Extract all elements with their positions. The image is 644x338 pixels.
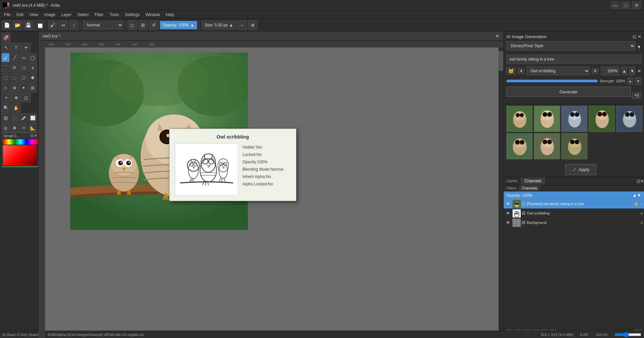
color-strip[interactable] [3,139,38,145]
grid-thumb-4[interactable] [589,106,615,132]
color-box[interactable] [3,145,37,165]
transform-tool[interactable]: ↖ [1,43,11,52]
minimize-button[interactable]: — [611,1,620,9]
close-button[interactable]: ✕ [632,1,641,9]
move-tool[interactable]: ✥ [11,93,21,102]
fill-tool[interactable]: ⬛ [10,113,19,122]
fuzzy-sel[interactable]: ✦ [19,83,28,92]
scribble-icon[interactable]: 🐱 [506,67,516,75]
mirror-h2-button[interactable]: ↔ [237,20,247,30]
ai-panel-close-btn[interactable]: ✕ [638,34,641,39]
menu-edit[interactable]: Edit [14,12,26,18]
menu-layer[interactable]: Layer [59,12,74,18]
grid-thumb-3[interactable] [561,106,587,132]
smart-patch-tool[interactable]: ⬜ [28,113,37,122]
pan-tool[interactable]: ✋ [11,103,21,112]
enclose-fill-tool[interactable]: ◎ [1,123,10,133]
bezier-tool[interactable]: ⌒ [1,63,10,72]
line-tool[interactable]: ╱ [10,53,19,62]
crop-tool[interactable]: ⌖ [1,93,11,102]
tab-layers[interactable]: Layers [504,177,520,185]
style-dropdown-btn[interactable]: ▼ [637,44,641,50]
magic-wand-tool[interactable]: ✱ [28,73,37,82]
layers-close-btn[interactable]: ✕ [640,177,644,185]
gradient-tool[interactable]: ▤ [1,113,10,122]
freehand-select-tool[interactable]: ⟳ [10,63,19,72]
new-button[interactable]: 📄 [2,20,11,30]
polyline-tool[interactable]: ∧ [28,63,37,72]
scribble-close-btn[interactable]: ✕ [637,68,641,74]
canvas-tab-title[interactable]: owl2.kra * [43,34,60,38]
assistants-tool[interactable]: 📐 [28,123,37,133]
snap-button[interactable]: ⊕ [248,20,258,30]
blend-mode-select[interactable]: Normal [83,21,123,29]
tab-channels[interactable]: Channels [520,177,546,185]
alpha-lock-button[interactable]: ⊞ [138,20,148,30]
open-button[interactable]: 📂 [13,20,22,30]
poly-sel-tool[interactable]: ⬡ [19,73,28,82]
ruler-tool[interactable]: ◫ [21,93,31,102]
menu-tools[interactable]: Tools [107,12,122,18]
menu-image[interactable]: Image [42,12,58,18]
menu-select[interactable]: Select [75,12,91,18]
opacity-control[interactable]: Opacity: 100% ▲ [160,21,197,29]
zoom-slider[interactable] [615,332,641,337]
layer-filters-tab[interactable]: Filters [504,185,519,191]
opacity-up-btn[interactable]: ▲ [633,193,637,198]
apply-button[interactable]: ✓ Apply [565,164,597,175]
all-sel[interactable]: ⊞ [28,83,37,92]
size-control[interactable]: Size: 5.00 px ▲ [202,21,236,29]
polygon-tool[interactable]: ⬡ [19,63,28,72]
palette-close-btn[interactable]: ✕ [34,134,37,138]
ellipse-tool[interactable]: ◯ [28,53,37,62]
scribble-pct-up[interactable]: ▲ [621,67,627,75]
layers-detach-btn[interactable]: ⊡ [637,177,640,185]
clone-tool[interactable]: ♾ [19,123,28,133]
grid-thumb-7[interactable] [534,133,560,159]
ellipse-sel-tool[interactable]: ◌ [10,73,19,82]
save-button[interactable]: 💾 [23,20,33,30]
zoom-tool[interactable]: 🔍 [1,103,11,112]
palette-detach-btn[interactable]: ⊡ [30,134,33,138]
calligraphy-tool[interactable]: ✒ [21,43,31,52]
strength-down[interactable]: ▼ [635,77,641,85]
menu-file[interactable]: File [1,12,13,18]
style-select[interactable]: Disney/Pixar Style [506,41,635,51]
sel-by-color-tool[interactable]: ⊹ [1,83,10,92]
menu-filter[interactable]: Filter [92,12,106,18]
mirror-v-button[interactable]: ↕ [69,20,79,30]
layer-vis-preview[interactable]: 👁 [505,201,511,207]
layer-channels-tab[interactable]: Channels [519,185,540,191]
layer-item-preview[interactable]: 👁 🖼 [Preview] owl family sitting in a tr… [504,199,644,208]
eyedropper-tool[interactable]: 💉 [19,113,28,122]
maximize-button[interactable]: □ [621,1,631,9]
menu-view[interactable]: View [27,12,41,18]
layer-vis-scribbling[interactable]: 👁 [505,210,511,216]
scribble-pct-down[interactable]: ▼ [629,67,635,75]
marquee-tool[interactable]: ⬚ [1,73,10,82]
opacity-down-btn[interactable]: ▼ [637,193,641,198]
strength-up[interactable]: ▲ [627,77,633,85]
text-tool[interactable]: T [11,43,21,52]
prompt-input[interactable] [506,55,641,64]
layer-item-background[interactable]: 👁 🖼 Background α [504,218,644,227]
scribble-pct-input[interactable] [601,67,619,75]
grid-thumb-6[interactable] [506,133,532,159]
brush-preset-button[interactable]: 🖌 [48,20,57,30]
krita-logo-btn[interactable]: 🦑 [1,33,11,42]
vertical-scrollbar[interactable] [498,41,503,331]
reset-button[interactable]: ↺ [149,20,158,30]
brush-tool[interactable]: 🖌 [1,53,10,62]
layer-item-scribbling[interactable]: 👁 🖼 Owl scribbling α [504,208,644,218]
rect-tool[interactable]: ▭ [19,53,28,62]
contiguous-sel[interactable]: ⊗ [10,83,19,92]
color-swatch[interactable] [34,20,44,30]
layer-vis-background[interactable]: 👁 [505,220,511,226]
canvas-close-btn[interactable]: ✕ [495,33,499,39]
grid-thumb-2[interactable] [534,106,560,132]
grid-thumb-8[interactable] [561,133,587,159]
erase-button[interactable]: ◻ [128,20,137,30]
menu-help[interactable]: Help [163,12,177,18]
grid-thumb-5[interactable] [616,106,642,132]
strength-bar-bg[interactable] [506,80,598,82]
